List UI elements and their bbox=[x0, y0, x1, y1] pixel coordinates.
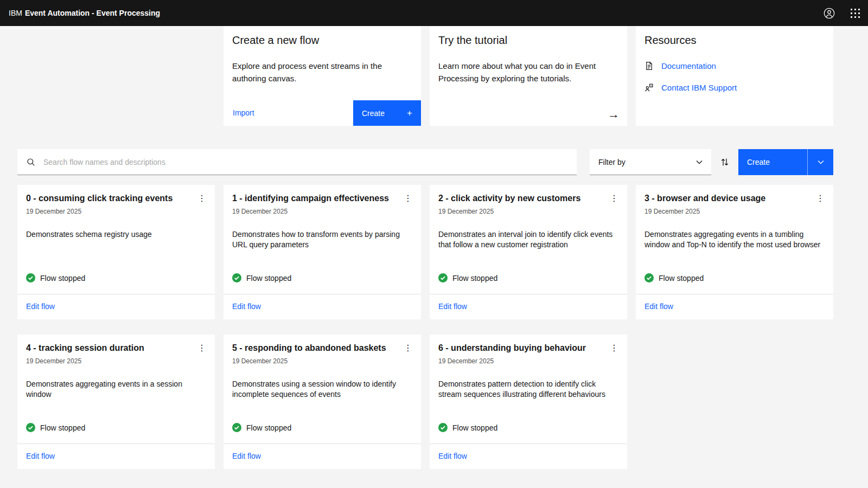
overflow-menu-icon[interactable]: ⋮ bbox=[400, 193, 416, 204]
flow-status: Flow stopped bbox=[644, 273, 825, 294]
flow-card: 6 - understanding buying behaviour ⋮ 19 … bbox=[430, 335, 627, 469]
app-switcher-icon bbox=[851, 9, 860, 18]
create-button[interactable]: Create bbox=[738, 149, 807, 175]
flow-title-row: 4 - tracking session duration ⋮ bbox=[26, 343, 206, 354]
flow-status-label: Flow stopped bbox=[246, 423, 291, 432]
empty-grid-cell bbox=[17, 26, 215, 126]
flow-card: 4 - tracking session duration ⋮ 19 Decem… bbox=[17, 335, 215, 469]
flow-date: 19 December 2025 bbox=[26, 357, 206, 365]
flow-date: 19 December 2025 bbox=[26, 208, 206, 215]
resource-row-support: Contact IBM Support bbox=[644, 83, 825, 92]
import-link[interactable]: Import bbox=[233, 108, 254, 117]
edit-flow-link[interactable]: Edit flow bbox=[644, 302, 673, 311]
overflow-menu-icon[interactable]: ⋮ bbox=[194, 343, 209, 354]
sort-arrows-icon bbox=[720, 157, 729, 167]
chevron-down-icon bbox=[818, 160, 824, 164]
create-flow-button[interactable]: Create + bbox=[353, 100, 421, 126]
flow-title: 6 - understanding buying behaviour bbox=[438, 343, 590, 354]
app-title: IBMEvent Automation - Event Processing bbox=[0, 9, 160, 17]
status-check-icon bbox=[26, 423, 35, 432]
flow-card-body: 6 - understanding buying behaviour ⋮ 19 … bbox=[430, 335, 627, 444]
documentation-link[interactable]: Documentation bbox=[661, 61, 716, 70]
filter-by-label: Filter by bbox=[598, 158, 626, 166]
status-check-icon bbox=[438, 423, 448, 432]
create-split-button: Create bbox=[738, 149, 833, 175]
flow-card-body: 3 - browser and device usage ⋮ 19 Decemb… bbox=[636, 185, 833, 294]
flows-toolbar: Filter by Create bbox=[17, 149, 833, 175]
flow-status-label: Flow stopped bbox=[452, 274, 497, 282]
edit-flow-link[interactable]: Edit flow bbox=[438, 452, 467, 460]
flow-title-row: 1 - identifying campaign effectiveness ⋮ bbox=[232, 193, 412, 204]
tutorial-title: Try the tutorial bbox=[438, 34, 618, 47]
resource-row-documentation: Documentation bbox=[644, 61, 825, 70]
app-switcher-button[interactable] bbox=[842, 0, 868, 26]
app-title-product: Event Automation - Event Processing bbox=[25, 9, 160, 17]
create-flow-button-label: Create bbox=[362, 109, 385, 118]
flow-status: Flow stopped bbox=[26, 423, 206, 444]
contact-support-icon bbox=[644, 83, 654, 92]
flow-title-row: 3 - browser and device usage ⋮ bbox=[644, 193, 825, 204]
flow-date: 19 December 2025 bbox=[232, 208, 412, 215]
flow-description: Demonstrates an interval join to identif… bbox=[438, 229, 618, 251]
status-check-icon bbox=[644, 273, 654, 282]
overflow-menu-icon[interactable]: ⋮ bbox=[813, 193, 828, 204]
app-title-prefix: IBM bbox=[9, 9, 22, 17]
flow-description: Demonstrates pattern detection to identi… bbox=[438, 379, 618, 400]
flow-title-row: 5 - responding to abandoned baskets ⋮ bbox=[232, 343, 412, 354]
getting-started-section: Create a new flow Explore and process ev… bbox=[0, 26, 868, 126]
flow-card-body: 2 - click activity by new customers ⋮ 19… bbox=[430, 185, 627, 294]
flow-card: 5 - responding to abandoned baskets ⋮ 19… bbox=[224, 335, 421, 469]
flow-card-footer: Edit flow bbox=[17, 294, 215, 319]
arrow-right-icon[interactable]: → bbox=[608, 107, 620, 121]
search-input[interactable] bbox=[17, 149, 577, 175]
create-flow-title: Create a new flow bbox=[232, 34, 412, 47]
flow-card-body: 5 - responding to abandoned baskets ⋮ 19… bbox=[224, 335, 421, 444]
overflow-menu-icon[interactable]: ⋮ bbox=[400, 343, 416, 354]
flow-card-body: 4 - tracking session duration ⋮ 19 Decem… bbox=[17, 335, 215, 444]
sort-button[interactable] bbox=[711, 149, 738, 175]
flow-status: Flow stopped bbox=[232, 273, 412, 294]
filter-by-dropdown[interactable]: Filter by bbox=[590, 149, 711, 175]
search-icon bbox=[27, 158, 35, 166]
overflow-menu-icon[interactable]: ⋮ bbox=[607, 343, 622, 354]
flow-description: Demonstrates how to transform events by … bbox=[232, 229, 412, 251]
tutorial-description: Learn more about what you can do in Even… bbox=[438, 60, 617, 85]
flows-grid: 0 - consuming click tracking events ⋮ 19… bbox=[0, 185, 868, 469]
user-avatar-button[interactable] bbox=[816, 0, 842, 26]
edit-flow-link[interactable]: Edit flow bbox=[232, 452, 261, 460]
flow-card: 1 - identifying campaign effectiveness ⋮… bbox=[224, 185, 421, 319]
flow-status: Flow stopped bbox=[232, 423, 412, 444]
create-flow-description: Explore and process event streams in the… bbox=[232, 60, 411, 85]
flow-title-row: 6 - understanding buying behaviour ⋮ bbox=[438, 343, 618, 354]
flow-card-footer: Edit flow bbox=[636, 294, 833, 319]
flow-card: 0 - consuming click tracking events ⋮ 19… bbox=[17, 185, 215, 319]
edit-flow-link[interactable]: Edit flow bbox=[438, 302, 467, 311]
overflow-menu-icon[interactable]: ⋮ bbox=[194, 193, 209, 204]
flow-description: Demonstrates aggregating events in a tum… bbox=[644, 229, 825, 251]
create-flow-tile: Create a new flow Explore and process ev… bbox=[224, 26, 421, 126]
chevron-down-icon bbox=[696, 160, 703, 164]
flow-date: 19 December 2025 bbox=[438, 208, 618, 215]
flow-status-label: Flow stopped bbox=[452, 423, 497, 432]
create-menu-button[interactable] bbox=[807, 149, 833, 175]
edit-flow-link[interactable]: Edit flow bbox=[232, 302, 261, 311]
document-icon bbox=[644, 61, 654, 70]
flow-card-footer: Edit flow bbox=[430, 294, 627, 319]
app-header: IBMEvent Automation - Event Processing bbox=[0, 0, 868, 26]
status-check-icon bbox=[232, 273, 241, 282]
flow-title: 3 - browser and device usage bbox=[644, 193, 770, 204]
edit-flow-link[interactable]: Edit flow bbox=[26, 302, 55, 311]
overflow-menu-icon[interactable]: ⋮ bbox=[607, 193, 622, 204]
flow-title-row: 2 - click activity by new customers ⋮ bbox=[438, 193, 618, 204]
resources-tile: Resources Documentation Contact bbox=[636, 26, 833, 126]
status-check-icon bbox=[26, 273, 35, 282]
user-avatar-icon bbox=[824, 8, 835, 19]
flow-card-footer: Edit flow bbox=[224, 444, 421, 469]
flow-status-label: Flow stopped bbox=[40, 274, 85, 282]
plus-icon: + bbox=[407, 108, 412, 119]
flow-description: Demonstrates using a session window to i… bbox=[232, 379, 412, 400]
flow-title: 4 - tracking session duration bbox=[26, 343, 149, 354]
contact-support-link[interactable]: Contact IBM Support bbox=[661, 83, 737, 92]
edit-flow-link[interactable]: Edit flow bbox=[26, 452, 55, 460]
tutorial-tile: Try the tutorial Learn more about what y… bbox=[430, 26, 627, 126]
